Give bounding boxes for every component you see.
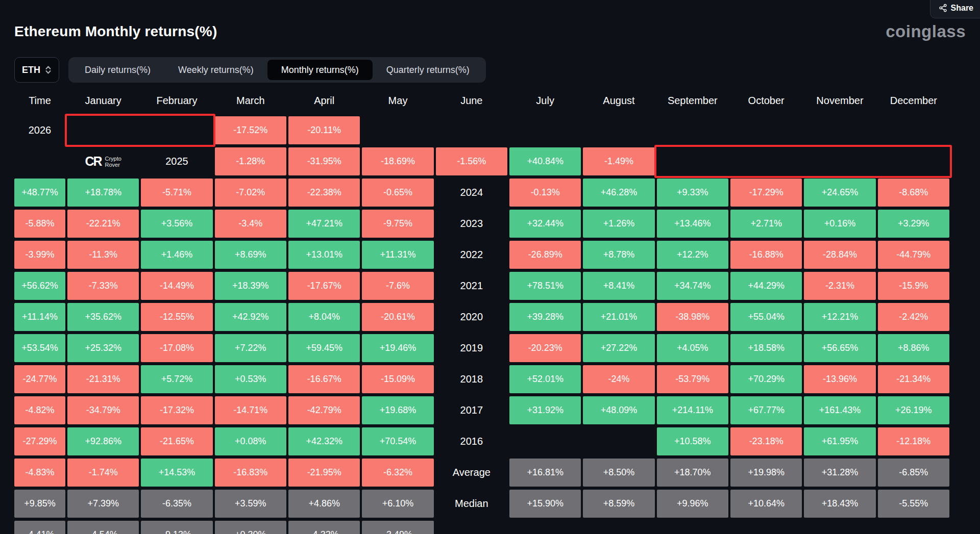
cell-2025-april: -1.56% [436,147,507,175]
cell-2021-december: -20.61% [362,303,433,331]
cell-2019-august: -21.31% [67,365,139,393]
cell-2019-april: +18.58% [730,334,802,362]
cell-2017-march: +214.11% [657,396,728,424]
row-label-2025: 2025 [141,147,212,175]
cell-2024-november: +47.21% [288,210,360,238]
cell-2016-november: -21.95% [288,459,360,487]
cell-2023-november: +13.01% [288,241,360,269]
column-header-october: October [730,88,802,113]
column-header-february: February [141,88,212,113]
column-header-july: July [509,88,581,113]
share-icon [939,4,947,12]
cell-2023-september: +1.46% [141,241,212,269]
cell-average-january: +16.81% [509,459,581,487]
header: Ethereum Monthly returns(%) coinglass [14,17,966,46]
cell-2019-november: -16.67% [288,365,360,393]
column-header-november: November [804,88,875,113]
cell-average-october: +3.59% [215,490,286,518]
highlight-box [65,114,215,147]
cell-2021-november: +8.04% [288,303,360,331]
cell-2024-march: +9.33% [657,179,728,207]
cell-2019-july: -24.77% [14,365,65,393]
cell-median-december: -3.49% [362,521,433,534]
cell-average-june: -6.85% [878,459,949,487]
cell-2026-september [804,116,875,144]
cell-2023-october: +8.69% [215,241,286,269]
cell-2025-december: -0.65% [362,179,433,207]
cell-2021-june: -15.9% [878,272,949,300]
cell-2023-june: +3.29% [878,210,949,238]
symbol-select[interactable]: ETH [14,57,59,83]
cell-2024-december: -9.75% [362,210,433,238]
share-button[interactable]: Share [930,0,980,18]
cell-average-july: +9.85% [14,490,65,518]
cell-2026-november [14,147,65,175]
cell-2017-july: -27.29% [14,427,65,455]
tab-daily-returns[interactable]: Daily returns(%) [71,60,164,80]
cell-2016-march: +10.58% [657,427,728,455]
crypto-rover-logo-icon: CR [85,154,101,169]
cell-2022-february: +8.78% [583,241,654,269]
cell-2024-february: +46.28% [583,179,654,207]
cell-2025-november: -22.38% [288,179,360,207]
cell-2019-january: -20.23% [509,334,581,362]
cell-median-june: -5.55% [878,490,949,518]
cell-2022-october: +18.39% [215,272,286,300]
cell-median-august: -4.54% [67,521,139,534]
cell-2024-october: -3.4% [215,210,286,238]
row-label-2018: 2018 [436,365,507,393]
cell-2025-march: -18.69% [362,147,433,175]
cell-median-november: -4.32% [288,521,360,534]
cell-2020-april: +55.04% [730,303,802,331]
cell-2019-may: +56.65% [804,334,875,362]
tab-quarterly-returns[interactable]: Quarterly returns(%) [373,60,483,80]
cell-2021-april: +44.29% [730,272,802,300]
cell-2019-march: +4.05% [657,334,728,362]
cell-average-december: +6.10% [362,490,433,518]
cell-2019-october: +0.53% [215,365,286,393]
cell-2016-april: -23.18% [730,427,802,455]
cell-average-august: +7.39% [67,490,139,518]
column-header-time: Time [14,88,65,113]
cell-2017-may: +161.43% [804,396,875,424]
cell-2018-january: +52.01% [509,365,581,393]
cell-2017-february: +48.09% [583,396,654,424]
cell-average-april: +19.98% [730,459,802,487]
row-label-2019: 2019 [436,334,507,362]
cell-2017-september: -21.65% [141,427,212,455]
cell-2020-january: +39.28% [509,303,581,331]
cell-2024-january: -0.13% [509,179,581,207]
cell-2019-december: -15.09% [362,365,433,393]
returns-grid: TimeJanuaryFebruaryMarchAprilMayJuneJuly… [14,88,949,534]
cell-2023-august: -11.3% [67,241,139,269]
cell-2017-january: +31.92% [509,396,581,424]
cell-2020-september: -17.08% [141,334,212,362]
cell-2024-july: -5.88% [14,210,65,238]
cell-2026-august [730,116,802,144]
cell-2021-january: +78.51% [509,272,581,300]
cell-2022-august: -7.33% [67,272,139,300]
cell-2018-september: -17.32% [141,396,212,424]
cell-2020-december: +19.46% [362,334,433,362]
cell-2023-february: +1.26% [583,210,654,238]
cell-2021-august: +35.62% [67,303,139,331]
cell-2017-december: +70.54% [362,427,433,455]
row-label-2017: 2017 [436,396,507,424]
crypto-rover-watermark: CR Crypto Rover [85,154,121,169]
cell-2022-september: -14.49% [141,272,212,300]
cell-median-february: +8.59% [583,490,654,518]
cell-median-october: +0.30% [215,521,286,534]
cell-2022-november: -17.67% [288,272,360,300]
cell-2026-january: -17.52% [215,116,286,144]
cell-average-may: +31.28% [804,459,875,487]
tab-monthly-returns[interactable]: Monthly returns(%) [267,60,373,80]
row-label-2020: 2020 [436,303,507,331]
cell-2019-september: +5.72% [141,365,212,393]
tab-weekly-returns[interactable]: Weekly returns(%) [164,60,267,80]
row-label-2023: 2023 [436,210,507,238]
cell-2026-december: CR Crypto Rover [67,147,139,175]
row-label-median: Median [436,490,507,518]
cell-2022-march: +12.2% [657,241,728,269]
cell-2025-may: +40.84% [509,147,581,175]
cell-2026-july [657,116,728,144]
